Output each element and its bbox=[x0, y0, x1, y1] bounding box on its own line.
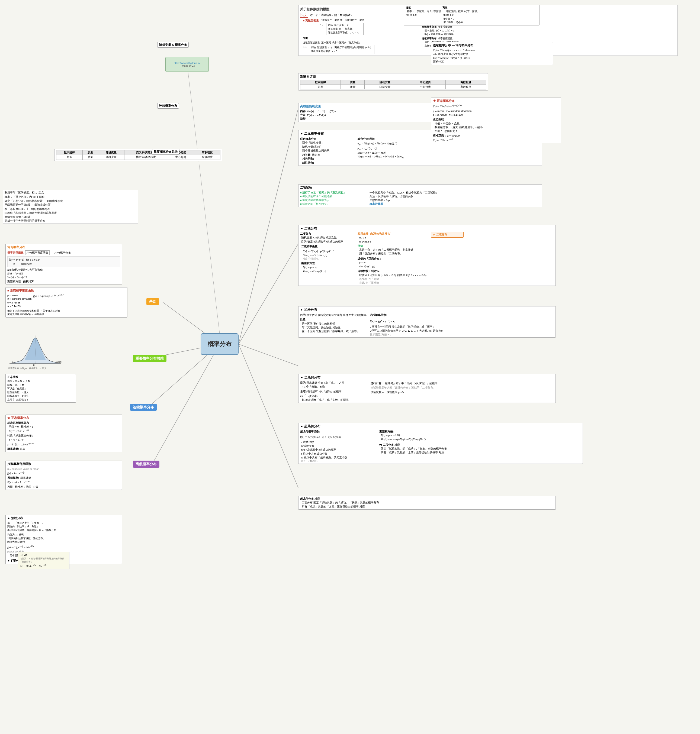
binomial-left-label: ► 二项分布 bbox=[431, 232, 463, 238]
expectation-table: 期望 & 方差 数字规律 质量 随机变量 中心趋势 离散程度 方差 质量 随机变… bbox=[298, 73, 488, 91]
binomial-dist-section: ► 二项分布 二项分布 随机变量 x: n次试验 成功次数 目的 确定 n次试验… bbox=[298, 225, 556, 286]
mindmap-container: 概率分布 https://woanelf.github.io/ — made b… bbox=[0, 0, 700, 734]
central-node: 概率分布 bbox=[201, 333, 238, 355]
normal-dist-section: ■ 正态概率密度函数 μ = mean σ = standard deviati… bbox=[6, 287, 127, 317]
svg-line-5 bbox=[238, 244, 298, 344]
continuous-node: 连续概率分布 bbox=[157, 103, 179, 109]
bell-curve-container: μ δ 总面积 的正态分布 均值(μ)、标准差为1 → 定义 bbox=[8, 333, 62, 366]
link-line1: https://woanelf.github.io/ bbox=[174, 62, 200, 65]
negative-geo-section: ► 负几何分布 目的 用来计算 恰好 x次「成功」之前 n-1 个「失败」次数 … bbox=[298, 374, 556, 403]
bell-curve-svg: μ δ 总面积 bbox=[8, 333, 62, 366]
svg-text:δ: δ bbox=[12, 361, 13, 363]
branch-zhongyao: 重要概率分布总结 bbox=[133, 355, 166, 362]
link-line2: — made by ZY bbox=[179, 65, 195, 67]
exp-dist-section: 指数概率密度函数 μ = expected value or mean f(x)… bbox=[6, 461, 122, 490]
model-section: 关于总体数据的模型 定义 对一个「试验结果」的「数值描述」 ■ 离散型变量 「有… bbox=[300, 7, 403, 54]
branch-jishu: 基础 bbox=[146, 298, 159, 305]
svg-line-7 bbox=[238, 344, 298, 488]
normal-features: 正态曲线 均值 = 中位数 = 众数 向数、零、正数 可以是「任意值」 数值越分… bbox=[6, 374, 76, 403]
svg-line-6 bbox=[238, 344, 298, 366]
central-title: 概率分布 bbox=[208, 340, 231, 348]
poisson-right-title: ► 泊松分布 bbox=[300, 307, 554, 312]
rv-def: 定义 对一个「试验结果」的「数值描述」 bbox=[300, 13, 403, 18]
important-node: 重要概率分布总结 bbox=[152, 149, 179, 155]
rv-top-label: 随机变量 & 概率分布 bbox=[157, 42, 189, 48]
uniform-right-section: 连续概率分布 — 均匀概率分布 f(x) = 1/(b−a) for a ≤ x… bbox=[431, 42, 553, 65]
svg-line-4 bbox=[238, 109, 298, 344]
branch-lianxu: 连续概率分布 bbox=[130, 404, 157, 411]
uniform-section: 均匀概率分布 概率密度函数 均匀概率密度函数 → 均匀概率分布 f(x) = 1… bbox=[6, 244, 122, 285]
svg-text:μ: μ bbox=[33, 364, 34, 366]
ev-table: 数字规律 质量 随机变量 中心趋势 离散程度 方差 质量 随机变量 中心趋势 离… bbox=[300, 80, 486, 90]
svg-text:总面积: 总面积 bbox=[55, 361, 62, 363]
binomial-test-section: 二项试验 ■ 进行了 n 次「相同」的「重次试验」 ■ 每次试验有两个可能结果 … bbox=[298, 184, 542, 207]
poisson-right-section: ► 泊松分布 目的 用于估计 在特定时间或空间内 事件发生 x次的概率 性质: … bbox=[298, 306, 556, 338]
branch-lisan: 离散概率分布 bbox=[133, 461, 159, 468]
svg-line-3 bbox=[152, 344, 220, 465]
classify-section: 分类 连续型随机变量: 某一区间 或多个区间内「任意取值」 e.g. 试验: 随… bbox=[303, 37, 403, 54]
top-classify: 连续 频率 = 「某区间」内 f(x)下面积 f(x) 值 ≥ 0 离散 「地区… bbox=[404, 5, 540, 25]
left-basic-section: 取频率与「区间长度」相比 定义 概率 = 「某个区间」内 f(x)下面积 确定「… bbox=[3, 190, 138, 224]
ev-summary-left: 数字规律 质量 随机变量 交叉积/离散程度 中心趋势 离散程度 方差 质量 随机… bbox=[54, 149, 222, 161]
std-normal-section: ★ 正态概率分布 标准正态概率分布 均值 = 0 标准差 = 1 f(z) = … bbox=[6, 414, 122, 452]
svg-line-8 bbox=[187, 64, 220, 333]
discrete-section: ■ 离散型变量 「有限多个」取值 或「无限可数个」取值 e.g. 试验: 餐厅营… bbox=[303, 18, 403, 35]
normal-right-section: ★ 正态概率分布 f(x) = 1/(σ√2π) · e−(x−μ)²/2σ² … bbox=[431, 98, 561, 143]
at-label: 0.1 At 均值为 0.1 辆/秒 描述两辆车到达之间的车辆数「指数分布」 f… bbox=[18, 552, 69, 569]
link-box[interactable]: https://woanelf.github.io/ — made by ZY bbox=[165, 57, 209, 72]
hyper-summary-right: 超几何分布 对应 二项分布 固定「试验次数」的「成功」,「失败」次数的概率分布 … bbox=[298, 496, 556, 509]
binomial-title: ► 二项分布 bbox=[300, 226, 554, 231]
model-title: 关于总体数据的模型 bbox=[300, 7, 403, 12]
hypergeometric-section: ► 超几何分布 超几何概率函数: f(x) = C(r,x)·C(N−r, n−… bbox=[298, 423, 583, 464]
